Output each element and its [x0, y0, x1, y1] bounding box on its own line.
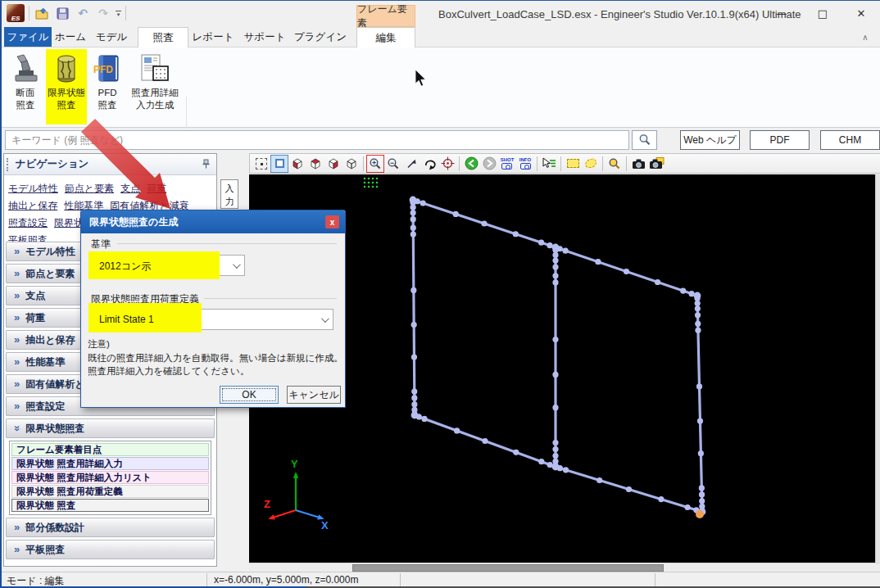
- sidebar-item[interactable]: フレーム要素着目点: [11, 443, 209, 456]
- snapshot-icon[interactable]: [630, 156, 646, 172]
- nav-link[interactable]: 節点と要素: [65, 183, 114, 195]
- zoom-out-icon[interactable]: −: [385, 156, 401, 172]
- frame-node: [699, 498, 705, 504]
- help-button-3[interactable]: CHM: [820, 130, 880, 150]
- lasso-select-icon[interactable]: [583, 156, 599, 172]
- minimize-button[interactable]: —: [764, 2, 799, 24]
- snapshot-save-icon[interactable]: [648, 156, 665, 172]
- ribbon-tab-5[interactable]: レポート: [188, 27, 238, 47]
- ribbon-button-1[interactable]: 断面 照査: [7, 49, 44, 124]
- ribbon-tab-3[interactable]: モデル: [92, 27, 131, 47]
- close-icon[interactable]: x: [325, 215, 339, 228]
- rotate-icon[interactable]: [421, 156, 438, 172]
- frame-node: [695, 301, 701, 306]
- axis-label: X: [321, 519, 329, 531]
- ok-button[interactable]: OK: [220, 386, 279, 404]
- select-nodes-icon[interactable]: [253, 156, 270, 172]
- sidebar-section[interactable]: »平板照査: [6, 540, 215, 559]
- close-button[interactable]: ✕: [844, 2, 878, 24]
- divider: [29, 6, 29, 20]
- context-tab-edit[interactable]: 編集: [356, 27, 415, 47]
- svg-text:PFD: PFD: [93, 64, 113, 75]
- zoom-region-icon[interactable]: [606, 156, 623, 172]
- view-cube-top-icon[interactable]: [307, 156, 324, 172]
- ribbon-button-3[interactable]: PFDPFD 照査: [90, 49, 125, 124]
- frame-node: [411, 354, 417, 360]
- limit-state-generation-dialog: 限界状態照査の生成 x 基準 2012コン示 限界状態照査用荷重定義 Limit…: [80, 210, 346, 408]
- nav-link[interactable]: 照査設定: [8, 217, 48, 229]
- chevron-icon: »: [14, 545, 20, 554]
- ribbon-tab-6[interactable]: サポート: [241, 27, 288, 47]
- divider: [626, 156, 627, 171]
- note-line: 既往の照査用詳細入力を自動取得。無い場合は新規に作成。: [88, 352, 343, 364]
- limit-state-sublist: フレーム要素着目点限界状態 照査用詳細入力限界状態 照査用詳細入力リスト限界状態…: [9, 441, 211, 515]
- title-bar: ES ↶ ↷ ▾ フレーム要素 BoxCulvert_LoadCase_LSD.…: [2, 1, 880, 27]
- standard-combobox-value: 2012コン示: [99, 260, 151, 274]
- keyword-search-input[interactable]: [5, 130, 629, 150]
- input-side-tab[interactable]: 入力: [220, 179, 238, 209]
- frame-node: [421, 416, 427, 422]
- ribbon-tab-7[interactable]: プラグイン: [293, 27, 347, 47]
- divider: [400, 573, 401, 586]
- ribbon-button-2[interactable]: 限界状態 照査: [46, 49, 87, 124]
- sidebar-item[interactable]: 限界状態 照査用詳細入力: [11, 457, 209, 470]
- frame-joint: [411, 412, 419, 419]
- forward-icon[interactable]: [481, 156, 497, 172]
- open-icon[interactable]: [34, 5, 50, 21]
- search-icon[interactable]: [632, 130, 657, 150]
- pan-icon[interactable]: [403, 156, 420, 172]
- help-button-2[interactable]: PDF: [750, 130, 810, 150]
- limit-state-check-icon: [52, 52, 81, 85]
- zoom-in-icon[interactable]: +: [367, 156, 383, 172]
- frame-node: [453, 211, 459, 217]
- shot-icon[interactable]: SHOT: [499, 156, 515, 172]
- origin-marker-dot: [368, 186, 370, 188]
- drag-grip-icon[interactable]: [7, 158, 9, 171]
- app-logo-icon[interactable]: ES: [7, 4, 25, 22]
- redo-icon[interactable]: ↷: [95, 5, 111, 21]
- ribbon-tab-4[interactable]: 照査: [138, 27, 188, 47]
- axis-line: [296, 510, 320, 518]
- save-icon[interactable]: [54, 5, 70, 21]
- section-check-icon: [11, 52, 40, 85]
- dialog-title-bar[interactable]: 限界状態照査の生成: [81, 210, 345, 233]
- nav-link[interactable]: モデル特性: [8, 183, 58, 195]
- cancel-button[interactable]: キャンセル: [287, 386, 341, 404]
- back-icon[interactable]: [463, 156, 479, 172]
- ribbon-button-4[interactable]: 照査用詳細 入力生成: [126, 49, 184, 124]
- sidebar-section[interactable]: »部分係数設計: [6, 518, 215, 537]
- frame-node: [697, 418, 703, 424]
- sidebar-item[interactable]: 限界状態 照査用荷重定義: [11, 485, 209, 498]
- help-button-1[interactable]: Web ヘルプ: [680, 130, 740, 150]
- ribbon-button-label: PFD 照査: [98, 87, 117, 111]
- nav-link[interactable]: 抽出と保存: [8, 200, 57, 212]
- divider: [537, 156, 538, 171]
- ribbon-tab-1[interactable]: ファイル: [4, 27, 52, 47]
- frame-node: [552, 453, 558, 459]
- view-cube-wire-icon[interactable]: [343, 156, 360, 172]
- pin-icon[interactable]: [202, 157, 211, 172]
- view-cube-right-icon[interactable]: [325, 156, 342, 172]
- scrollbar-thumb[interactable]: [352, 564, 664, 572]
- nav-link[interactable]: 荷重: [147, 183, 166, 195]
- center-target-icon[interactable]: [439, 156, 456, 172]
- fit-view-icon[interactable]: [271, 156, 288, 172]
- viewport-vertical-scrollbar[interactable]: [875, 174, 880, 563]
- customize-quick-access-icon[interactable]: ▾: [116, 11, 121, 16]
- sidebar-item[interactable]: 限界状態 照査用詳細入力リスト: [11, 471, 209, 484]
- note-title: 注意): [88, 338, 110, 351]
- frame-node: [624, 269, 629, 274]
- help-search-row: Web ヘルプPDFCHM: [2, 129, 880, 152]
- undo-icon[interactable]: ↶: [75, 5, 91, 21]
- ribbon-tab-2[interactable]: ホーム: [51, 27, 90, 47]
- sidebar-item-selected[interactable]: 限界状態 照査: [11, 499, 209, 512]
- info-shot-icon[interactable]: INFO: [517, 156, 533, 172]
- viewport-horizontal-scrollbar[interactable]: [249, 563, 880, 572]
- view-cube-left-icon[interactable]: [289, 156, 306, 172]
- nav-link[interactable]: 支点: [120, 183, 140, 195]
- pick-cursor-icon[interactable]: [541, 156, 557, 172]
- rect-select-icon[interactable]: [565, 156, 581, 172]
- maximize-button[interactable]: □: [805, 2, 840, 24]
- frame-node: [513, 231, 519, 237]
- sidebar-section[interactable]: »限界状態照査: [6, 418, 215, 438]
